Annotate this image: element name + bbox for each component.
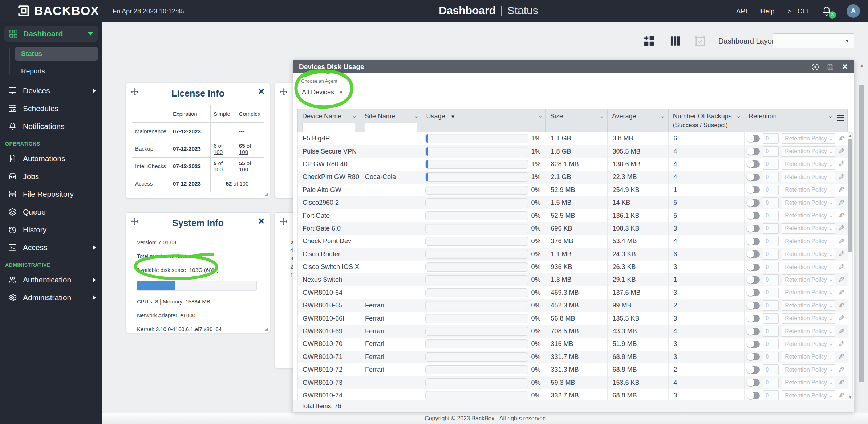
edit-icon[interactable]: ✎ — [838, 160, 845, 168]
edit-icon[interactable]: ✎ — [838, 147, 845, 156]
table-row[interactable]: GWR8010-72Ferrari0%331.3 MB68.8 MB2Reten… — [298, 363, 848, 376]
retention-policy-select[interactable]: Retention Policy⌄ — [782, 249, 835, 260]
retention-policy-select[interactable]: Retention Policy⌄ — [782, 185, 835, 195]
sidebar-item-schedules[interactable]: Schedules — [0, 99, 102, 117]
retention-toggle[interactable] — [747, 353, 760, 360]
avatar[interactable]: A — [847, 4, 860, 18]
column-menu-icon[interactable]: ⌄ — [414, 112, 418, 119]
retention-toggle[interactable] — [747, 135, 760, 142]
table-row[interactable]: Nexus Switch0%1.3 MB29.1 KB1Retention Po… — [298, 273, 848, 286]
move-icon[interactable] — [131, 217, 139, 227]
scrollbar-thumb[interactable] — [859, 85, 864, 382]
column-size[interactable]: Size ⌄ — [546, 109, 608, 132]
move-icon[interactable] — [131, 88, 139, 97]
retention-toggle[interactable] — [747, 264, 760, 271]
edit-icon[interactable]: ✎ — [838, 186, 845, 194]
column-number-of-backups[interactable]: Number Of Backups ⌄ (Success / Susepct) — [669, 109, 745, 132]
retention-toggle[interactable] — [747, 289, 760, 296]
column-site-name[interactable]: Site Name ⌄ — [360, 109, 422, 132]
edit-icon[interactable]: ✎ — [838, 366, 845, 374]
edit-icon[interactable]: ✎ — [838, 276, 845, 284]
move-icon[interactable] — [280, 88, 288, 97]
retention-days-input[interactable] — [763, 133, 779, 144]
table-row[interactable]: GWR8010-69Ferrari0%708.5 MB43.3 MB4Reten… — [298, 325, 848, 338]
sidebar-item-history[interactable]: History — [0, 221, 102, 238]
edit-icon[interactable]: ✎ — [838, 250, 845, 258]
retention-toggle[interactable] — [747, 379, 760, 386]
table-scrollbar[interactable]: ▲ ▼ — [848, 132, 853, 401]
panel-titlebar[interactable]: Devices Disk Usage ✕ — [293, 60, 854, 73]
retention-days-input[interactable] — [763, 364, 779, 375]
edit-icon[interactable]: ✎ — [838, 134, 845, 143]
edit-icon[interactable]: ✎ — [838, 263, 845, 272]
sidebar-item-administration[interactable]: Administration — [0, 289, 102, 306]
add-widget-button[interactable] — [643, 35, 655, 49]
table-row[interactable]: CheckPint GW R80.4...Coca-Cola1%2.1 GB22… — [298, 171, 848, 183]
resize-handle[interactable] — [264, 192, 268, 196]
retention-days-input[interactable] — [763, 223, 779, 234]
notifications-button[interactable]: 3 — [821, 5, 833, 17]
column-average[interactable]: Average ⌄ — [608, 109, 669, 132]
retention-policy-select[interactable]: Retention Policy⌄ — [782, 172, 835, 182]
table-row[interactable]: Palo Alto GW0%52.9 MB254.9 KB1Retention … — [298, 184, 848, 196]
edit-icon[interactable]: ✎ — [838, 173, 845, 182]
api-link[interactable]: API — [736, 7, 747, 15]
dashboard-layout-select[interactable]: ▼ — [773, 33, 854, 48]
retention-days-input[interactable] — [763, 185, 779, 195]
table-row[interactable]: GWR8010-740%332.7 MB68.8 MB3Retention Po… — [298, 389, 848, 401]
column-menu-icon[interactable]: ⌄ — [660, 112, 665, 119]
retention-toggle[interactable] — [747, 212, 760, 219]
retention-toggle[interactable] — [747, 315, 760, 322]
sidebar-item-reports[interactable]: Reports — [15, 64, 98, 78]
close-icon[interactable]: ✕ — [258, 216, 265, 226]
license-total-link[interactable]: 100 — [239, 166, 248, 172]
edit-icon[interactable]: ✎ — [838, 199, 845, 207]
retention-toggle[interactable] — [747, 186, 760, 193]
table-row[interactable]: GWR8010-730%59.3 MB153.6 KB4Retention Po… — [298, 376, 848, 389]
column-device-name[interactable]: Device Name ⌄ — [298, 109, 360, 132]
retention-days-input[interactable] — [763, 339, 779, 349]
move-icon[interactable] — [280, 217, 288, 227]
edit-icon[interactable]: ✎ — [838, 237, 845, 246]
license-total-link[interactable]: 100 — [239, 180, 248, 187]
table-row[interactable]: FortiGate0%52.5 MB136.1 KB5Retention Pol… — [298, 209, 848, 222]
scrollbar-thumb[interactable] — [848, 139, 852, 252]
license-total-link[interactable]: 100 — [214, 166, 223, 172]
retention-policy-select[interactable]: Retention Policy⌄ — [782, 223, 835, 234]
retention-days-input[interactable] — [763, 326, 779, 337]
retention-toggle[interactable] — [747, 238, 760, 245]
retention-policy-select[interactable]: Retention Policy⌄ — [782, 390, 835, 401]
device-name-filter-input[interactable] — [302, 123, 355, 132]
retention-policy-select[interactable]: Retention Policy⌄ — [782, 197, 835, 208]
retention-days-input[interactable] — [763, 378, 779, 388]
close-icon[interactable]: ✕ — [841, 62, 848, 71]
table-row[interactable]: Pulse Secure VPN1%1.8 GB305.5 MB4Retenti… — [298, 145, 848, 158]
retention-policy-select[interactable]: Retention Policy⌄ — [782, 326, 835, 337]
edit-icon[interactable]: ✎ — [838, 340, 845, 348]
edit-icon[interactable]: ✎ — [838, 314, 845, 323]
license-total-link[interactable]: 100 — [214, 149, 223, 155]
table-menu-icon[interactable] — [837, 115, 844, 122]
retention-policy-select[interactable]: Retention Policy⌄ — [782, 288, 835, 298]
retention-toggle[interactable] — [747, 276, 760, 284]
sidebar-item-dashboard[interactable]: Dashboard — [4, 26, 98, 42]
table-row[interactable]: GWR8010-71Ferrari0%331.7 MB68.8 MB3Reten… — [298, 351, 848, 363]
table-row[interactable]: GWR8010-70Ferrari0%316 MB51.9 MB3Retenti… — [298, 338, 848, 350]
retention-policy-select[interactable]: Retention Policy⌄ — [782, 352, 835, 362]
retention-days-input[interactable] — [763, 146, 779, 157]
retention-policy-select[interactable]: Retention Policy⌄ — [782, 364, 835, 375]
close-icon[interactable]: ✕ — [258, 87, 265, 97]
retention-toggle[interactable] — [747, 328, 760, 335]
retention-policy-select[interactable]: Retention Policy⌄ — [782, 300, 835, 311]
backbox-logo[interactable]: BACKBOX — [17, 4, 99, 18]
column-usage[interactable]: Usage ▼ ⌄ — [422, 109, 546, 132]
retention-days-input[interactable] — [763, 197, 779, 208]
retention-policy-select[interactable]: Retention Policy⌄ — [782, 378, 835, 388]
edit-icon[interactable]: ✎ — [838, 224, 845, 233]
scroll-up-icon[interactable]: ▲ — [848, 134, 852, 138]
sidebar-item-automations[interactable]: Automations — [0, 150, 102, 167]
retention-policy-select[interactable]: Retention Policy⌄ — [782, 236, 835, 246]
retention-days-input[interactable] — [763, 390, 779, 401]
retention-days-input[interactable] — [763, 300, 779, 311]
retention-days-input[interactable] — [763, 159, 779, 170]
